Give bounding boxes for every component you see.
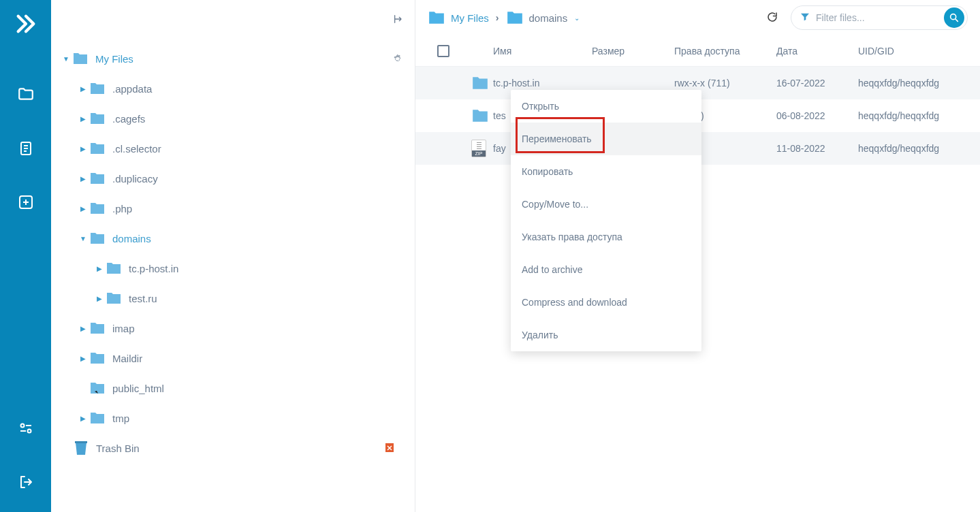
chevron-right-icon: ▶ [93,265,106,272]
trash-icon [73,441,89,455]
menu-item-compress[interactable]: Compress and download [511,286,701,319]
cell-uid: heqqxfdg/heqqxfdg [858,78,968,89]
column-header-perm[interactable]: Права доступа [674,46,776,57]
nav-add-icon[interactable] [18,194,34,210]
column-header-name[interactable]: Имя [493,46,592,57]
column-header-uid[interactable]: UID/GID [858,46,968,57]
folder-icon [89,82,106,95]
refresh-button[interactable] [766,11,778,25]
app-logo[interactable] [14,12,37,37]
tree-label: tc.p-host.in [129,263,178,274]
svg-line-14 [955,19,958,21]
breadcrumb-current[interactable]: domains ⌄ [506,10,580,25]
cell-uid: heqqxfdg/heqqxfdg [858,110,968,121]
cell-perm: rwx-x-x (711) [674,78,776,89]
tree-folder-imap[interactable]: ▶ imap [58,313,408,343]
zip-file-icon [471,140,486,157]
tree-label: tmp [112,413,129,424]
chevron-down-icon: ⌄ [574,14,580,22]
toolbar: My Files › domains ⌄ [415,0,980,35]
folder-icon [72,52,89,65]
tree-label: Maildir [112,353,142,364]
column-header-date[interactable]: Дата [776,46,858,57]
column-header-size[interactable]: Размер [592,46,674,57]
tree-trash[interactable]: Trash Bin [58,433,408,463]
search-input[interactable] [816,12,944,23]
folder-icon [89,142,106,155]
tree-label: .cl.selector [112,143,161,155]
breadcrumb-label: domains [529,12,568,24]
folder-icon [89,321,106,335]
chevron-down-icon: ▼ [77,235,89,242]
menu-item-archive[interactable]: Add to archive [511,253,701,286]
context-menu: Открыть Переименовать Копировать Copy/Mo… [511,90,701,351]
folder-icon [471,76,489,91]
breadcrumb-label: My Files [451,12,489,24]
folder-icon [106,261,122,275]
tree-folder-clselector[interactable]: ▶ .cl.selector [58,133,408,163]
tree-root-my-files[interactable]: ▼ My Files [58,44,408,74]
chevron-right-icon: ▶ [77,115,89,123]
nav-logout-icon[interactable] [18,474,34,490]
folder-icon [89,112,106,125]
svg-rect-11 [75,441,87,443]
folder-icon [89,351,106,365]
folder-icon [89,202,106,215]
cell-date: 11-08-2022 [776,143,858,154]
tree-folder-domains[interactable]: ▼ domains [58,223,408,253]
tree-folder-appdata[interactable]: ▶ .appdata [58,74,408,103]
folder-shortcut-icon [89,381,106,395]
select-all-checkbox[interactable] [437,45,449,57]
folder-icon [106,291,122,305]
search-box [791,5,968,30]
tree-label: .php [112,203,132,214]
cell-date: 06-08-2022 [776,110,858,121]
svg-point-9 [27,430,31,433]
nav-settings-icon[interactable] [18,420,34,436]
menu-item-permissions[interactable]: Указать права доступа [511,221,701,253]
tree-folder-tmp[interactable]: ▶ tmp [58,403,408,433]
search-button[interactable] [944,7,964,28]
tree-label: .duplicacy [112,173,158,185]
chevron-right-icon: ▶ [77,145,89,153]
menu-item-copymove[interactable]: Copy/Move to... [511,188,701,221]
cell-date: 16-07-2022 [776,78,858,89]
tree-folder-tcphost[interactable]: ▶ tc.p-host.in [58,253,408,283]
nav-document-icon[interactable] [18,140,34,157]
breadcrumb: My Files › domains ⌄ [428,10,766,25]
tree-folder-maildir[interactable]: ▶ Maildir [58,343,408,373]
sidebar: ▼ My Files ▶ .appdata ▶ .cagefs ▶ .cl.se… [51,0,415,512]
chevron-right-icon: ▶ [93,295,106,302]
tree-folder-php[interactable]: ▶ .php [58,193,408,223]
tree-label: public_html [112,383,164,394]
chevron-right-icon: ▶ [77,355,89,362]
svg-point-7 [20,424,24,428]
chevron-right-icon: ▶ [77,325,89,332]
tree-folder-duplicacy[interactable]: ▶ .duplicacy [58,163,408,193]
menu-item-open[interactable]: Открыть [511,90,701,123]
table-header: Имя Размер Права доступа Дата UID/GID [415,35,980,67]
tree-label: .cagefs [112,113,145,125]
folder-icon [89,231,106,245]
chevron-right-icon: ▶ [77,205,89,212]
tree-label: imap [112,323,135,334]
empty-trash-icon[interactable] [385,442,394,455]
folder-icon [89,411,106,425]
tree-folder-testru[interactable]: ▶ test.ru [58,283,408,313]
menu-item-delete[interactable]: Удалить [511,319,701,351]
tree-folder-cagefs[interactable]: ▶ .cagefs [58,103,408,133]
tree-label: .appdata [112,83,152,95]
menu-item-copy[interactable]: Копировать [511,155,701,188]
tree-folder-publichtml[interactable]: ▶ public_html [58,373,408,403]
collapse-sidebar-button[interactable] [393,14,404,27]
menu-item-rename[interactable]: Переименовать [511,123,701,155]
filter-icon [800,12,810,25]
folder-icon [89,172,106,185]
chevron-down-icon: ▼ [60,55,72,63]
breadcrumb-root[interactable]: My Files [428,10,489,25]
nav-files-icon[interactable] [17,85,35,103]
cell-name: tc.p-host.in [493,78,592,89]
tree-label: My Files [95,53,133,65]
tree-label: Trash Bin [96,443,140,454]
nav-rail [0,0,51,512]
